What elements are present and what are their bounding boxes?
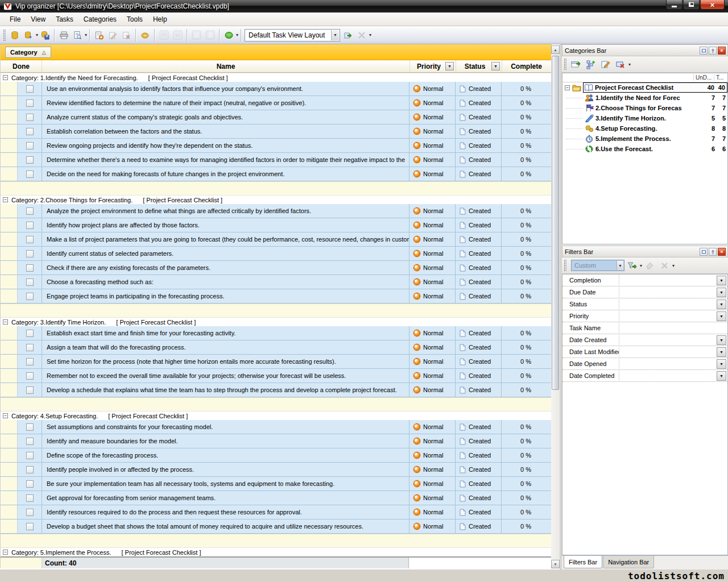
column-header-status[interactable]: Status ▼	[456, 60, 502, 72]
task-name[interactable]: Use an environmental analysis to identif…	[42, 82, 410, 95]
print-preview-button[interactable]	[71, 28, 84, 42]
filter-field-dropdown-icon[interactable]: ▼	[717, 300, 726, 309]
task-name[interactable]: Identify current status of selected para…	[42, 247, 410, 260]
done-checkbox[interactable]	[26, 358, 34, 365]
task-name[interactable]: Identify resources required to do the pr…	[42, 505, 410, 519]
delete-layout-button[interactable]	[355, 28, 369, 42]
menu-file[interactable]: File	[5, 14, 26, 25]
done-checkbox[interactable]	[26, 207, 34, 215]
task-name[interactable]: Establish correlation between the factor…	[42, 124, 410, 138]
task-name[interactable]: Define scope of the forecasting process.	[42, 448, 410, 462]
tab-filters-bar[interactable]: Filters Bar	[564, 556, 602, 568]
task-name[interactable]: Develop a schedule that explains what ti…	[42, 383, 410, 397]
layout-combo[interactable]: Default Task View Layout ▼	[245, 29, 340, 41]
done-checkbox[interactable]	[26, 480, 34, 488]
category-group-header[interactable]: −Category: 4.Setup Forecasting.[ Project…	[1, 411, 552, 420]
filter-preset-dropdown-icon[interactable]: ▼	[617, 261, 623, 270]
done-checkbox[interactable]	[26, 509, 34, 516]
done-checkbox[interactable]	[26, 99, 34, 107]
task-name[interactable]: Engage project teams in participating in…	[42, 289, 410, 303]
menu-view[interactable]: View	[26, 14, 51, 25]
task-name[interactable]: Establish exact start time and finish ti…	[42, 326, 410, 340]
task-name[interactable]: Develop a budget sheet that shows the to…	[42, 519, 410, 533]
apply-layout-button[interactable]	[341, 28, 355, 42]
filter-field-dropdown-icon[interactable]: ▼	[717, 347, 726, 357]
menu-help[interactable]: Help	[148, 14, 172, 25]
column-header-name[interactable]: Name	[42, 60, 410, 72]
tab-navigation-bar[interactable]: Navigation Bar	[603, 556, 654, 568]
filter-preset-combo[interactable]: Custom ▼	[571, 260, 624, 271]
done-checkbox[interactable]	[26, 128, 34, 135]
done-checkbox[interactable]	[26, 344, 34, 351]
done-checkbox[interactable]	[26, 250, 34, 257]
task-name[interactable]: Identify how project plans are affected …	[42, 218, 410, 232]
column-header-priority[interactable]: Priority ▼	[410, 60, 456, 72]
done-checkbox[interactable]	[26, 494, 34, 502]
delete-category-button[interactable]	[613, 57, 628, 71]
complete-task-button[interactable]	[138, 28, 152, 42]
done-checkbox[interactable]	[26, 386, 34, 394]
move-up-button[interactable]	[171, 28, 184, 42]
categories-toolbar-overflow-icon[interactable]: ▾	[628, 62, 631, 67]
done-checkbox[interactable]	[26, 278, 34, 286]
categories-restore-icon[interactable]	[700, 47, 708, 55]
task-name[interactable]: Remember not to exceed the overall time …	[42, 369, 410, 383]
task-name[interactable]: Get approval for forecasting from senior…	[42, 491, 410, 505]
done-checkbox[interactable]	[26, 330, 34, 337]
category-group-header[interactable]: −Category: 1.Identify the Need for Forec…	[1, 73, 552, 82]
new-database-button[interactable]	[8, 28, 22, 42]
group-by-category-chip[interactable]: Category △	[5, 47, 51, 58]
status-filter-dropdown-icon[interactable]: ▼	[491, 62, 500, 70]
category-group-header[interactable]: −Category: 5.Implement the Process.[ Pro…	[1, 547, 552, 556]
restore-button[interactable]	[683, 0, 700, 10]
priority-filter-dropdown-icon[interactable]: ▼	[445, 62, 454, 70]
toolbar-overflow-icon[interactable]: ▾	[369, 32, 371, 38]
collapse-icon[interactable]: −	[3, 319, 8, 325]
minimize-button[interactable]	[666, 0, 682, 10]
done-checkbox[interactable]	[26, 114, 34, 121]
scroll-up-icon[interactable]: ▲	[551, 45, 560, 54]
task-name[interactable]: Set time horizon for the process (note t…	[42, 355, 410, 368]
column-header-complete[interactable]: Complete	[502, 60, 551, 72]
filter-field-dropdown-icon[interactable]: ▼	[717, 335, 726, 345]
edit-task-button[interactable]	[106, 28, 119, 42]
category-group-header[interactable]: −Category: 2.Choose Things for Forecasti…	[1, 195, 552, 204]
task-name[interactable]: Determine whether there's a need to exam…	[42, 153, 410, 167]
done-checkbox[interactable]	[26, 171, 34, 178]
task-name[interactable]: Check if there are any existing forecast…	[42, 261, 410, 275]
collapse-icon[interactable]: −	[3, 75, 8, 80]
column-header-done[interactable]: Done	[1, 60, 42, 72]
task-name[interactable]: Review ongoing projects and identify how…	[42, 139, 410, 152]
done-checkbox[interactable]	[26, 293, 34, 300]
move-down-button[interactable]	[157, 28, 171, 42]
tree-item[interactable]: 5.Implement the Process.77	[562, 134, 727, 144]
tree-item[interactable]: 6.Use the Forecast.66	[562, 144, 727, 154]
print-button[interactable]	[57, 28, 71, 42]
clear-filter-button[interactable]	[642, 259, 657, 272]
category-group-header[interactable]: −Category: 3.Identify Time Horizon.[ Pro…	[1, 317, 552, 326]
task-name[interactable]: Identify people involved in or affected …	[42, 463, 410, 476]
view-dropdown-icon[interactable]: ▾	[236, 32, 238, 38]
scrollbar-thumb[interactable]	[552, 56, 559, 390]
done-checkbox[interactable]	[26, 264, 34, 272]
task-name[interactable]: Review identified factors to determine t…	[42, 96, 410, 110]
done-checkbox[interactable]	[26, 452, 34, 459]
done-checkbox[interactable]	[26, 156, 34, 164]
task-name[interactable]: Decide on the need for making forecasts …	[42, 167, 410, 181]
done-checkbox[interactable]	[26, 523, 34, 530]
done-checkbox[interactable]	[26, 222, 34, 229]
filter-field-dropdown-icon[interactable]: ▼	[717, 359, 726, 369]
filter-field-dropdown-icon[interactable]: ▼	[717, 311, 726, 321]
list-scrollbar[interactable]: ▲ ▼	[551, 45, 560, 568]
scroll-down-icon[interactable]: ▼	[551, 560, 560, 568]
close-button[interactable]: ×	[700, 0, 725, 10]
done-checkbox[interactable]	[26, 372, 34, 380]
new-category-button[interactable]	[584, 57, 598, 71]
filter-field-dropdown-icon[interactable]: ▼	[717, 288, 726, 297]
menu-tasks[interactable]: Tasks	[51, 14, 78, 25]
task-name[interactable]: Assign a team that will do the forecasti…	[42, 340, 410, 354]
tree-collapse-icon[interactable]: −	[565, 85, 570, 90]
apply-filter-button[interactable]	[624, 259, 639, 272]
filter-field-dropdown-icon[interactable]: ▼	[717, 371, 726, 381]
tree-item[interactable]: 4.Setup Forecasting.88	[562, 123, 727, 134]
